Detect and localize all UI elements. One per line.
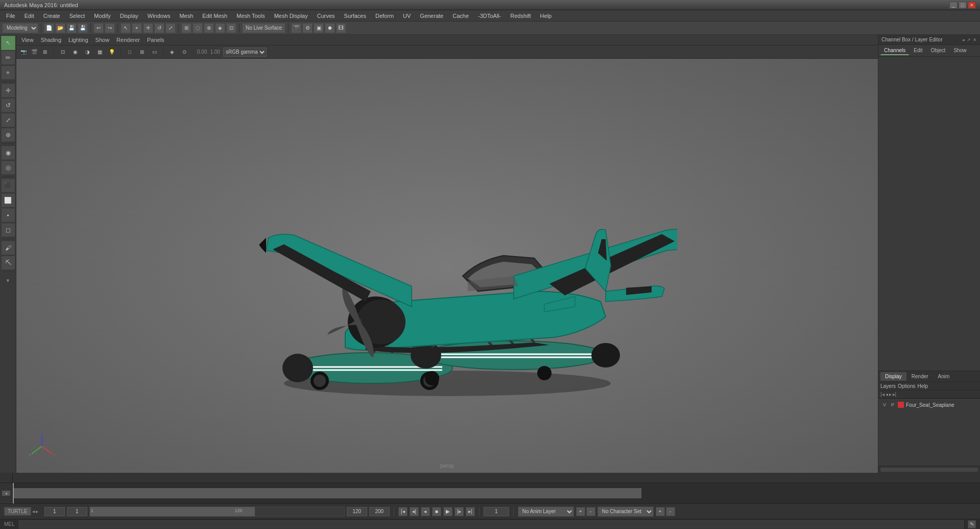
shading-menu[interactable]: Shading bbox=[38, 36, 64, 44]
edge-mode-button[interactable]: ⬜ bbox=[1, 193, 15, 208]
vp-layout-single[interactable]: □ bbox=[125, 47, 135, 57]
vp-grid-button[interactable]: ⊞ bbox=[40, 47, 50, 57]
menu-mesh-display[interactable]: Mesh Display bbox=[270, 12, 312, 20]
menu-help[interactable]: Help bbox=[536, 12, 556, 20]
help-menu[interactable]: Help bbox=[917, 383, 928, 389]
anim-layer-dropdown[interactable]: No Anim Layer bbox=[518, 507, 574, 517]
vp-texture-button[interactable]: ▦ bbox=[94, 47, 105, 57]
vp-layout-quad[interactable]: ⊞ bbox=[137, 47, 147, 57]
timeline-range-bar[interactable] bbox=[13, 488, 641, 498]
object-mode-button[interactable]: ◻ bbox=[1, 223, 15, 237]
char-set-remove[interactable]: - bbox=[666, 507, 675, 516]
layer-nav-next[interactable]: ▸ bbox=[889, 392, 892, 397]
menu-edit[interactable]: Edit bbox=[20, 12, 38, 20]
timeline-collapse[interactable]: ◂ bbox=[2, 491, 10, 496]
go-end-button[interactable]: ▸| bbox=[466, 507, 475, 516]
lasso-tool-button[interactable]: ⌖ bbox=[132, 23, 142, 33]
layer-playback[interactable]: P bbox=[890, 402, 896, 408]
paint-select-button[interactable]: ✏ bbox=[1, 51, 15, 65]
char-set-add[interactable]: + bbox=[656, 507, 665, 516]
menu-3dtall[interactable]: -3DToAll- bbox=[474, 12, 505, 20]
play-forward-button[interactable]: ▶ bbox=[443, 507, 452, 516]
viewport-canvas[interactable]: persp X Y Z bbox=[16, 59, 878, 473]
edit-tab[interactable]: Edit bbox=[910, 46, 926, 55]
minimize-button[interactable]: _ bbox=[949, 2, 958, 9]
move-tool-button[interactable]: ✛ bbox=[143, 23, 153, 33]
show-manip-button[interactable]: ◎ bbox=[1, 160, 15, 175]
layer-nav-prev[interactable]: ◂ bbox=[886, 392, 888, 397]
render-region-button[interactable]: ▣ bbox=[314, 23, 324, 33]
render-seq-button[interactable]: ⏺ bbox=[325, 23, 335, 33]
universal-tool-left[interactable]: ⊕ bbox=[1, 128, 15, 142]
range-indicator[interactable]: 1 120 bbox=[89, 507, 345, 517]
layer-visibility[interactable]: V bbox=[881, 402, 888, 408]
turtle-nav-next[interactable]: ▸ bbox=[36, 509, 38, 514]
anim-layer-remove[interactable]: - bbox=[586, 507, 595, 516]
paint-effects-button[interactable]: 🖌 bbox=[1, 241, 15, 255]
menu-surfaces[interactable]: Surfaces bbox=[340, 12, 370, 20]
layer-nav-first[interactable]: |◂ bbox=[880, 392, 885, 397]
anim-tab[interactable]: Anim bbox=[934, 372, 954, 381]
vp-xray-button[interactable]: ◈ bbox=[167, 47, 177, 57]
more-tools-button[interactable]: ▼ bbox=[1, 273, 15, 288]
face-mode-button[interactable]: ▪ bbox=[1, 208, 15, 222]
step-back-button[interactable]: ◂| bbox=[410, 507, 419, 516]
script-editor-button[interactable]: ✎ bbox=[968, 520, 976, 528]
vp-layout-side[interactable]: ▭ bbox=[149, 47, 159, 57]
menu-file[interactable]: File bbox=[2, 12, 19, 20]
menu-edit-mesh[interactable]: Edit Mesh bbox=[198, 12, 231, 20]
view-menu[interactable]: View bbox=[18, 36, 37, 44]
vp-shade-button[interactable]: ◑ bbox=[82, 47, 92, 57]
render-button[interactable]: 🎬 bbox=[291, 23, 301, 33]
char-set-dropdown[interactable]: No Character Set bbox=[597, 507, 654, 517]
display-tab[interactable]: Display bbox=[880, 372, 906, 381]
anim-preview-button[interactable]: 🎞 bbox=[336, 23, 346, 33]
menu-display[interactable]: Display bbox=[116, 12, 142, 20]
timeline-track[interactable] bbox=[13, 483, 980, 503]
menu-mesh[interactable]: Mesh bbox=[175, 12, 197, 20]
mel-input[interactable] bbox=[19, 520, 964, 528]
select-tool-button[interactable]: ↖ bbox=[121, 23, 131, 33]
show-menu[interactable]: Show bbox=[92, 36, 113, 44]
stop-button[interactable]: ■ bbox=[432, 507, 441, 516]
timeline-playhead[interactable] bbox=[13, 483, 14, 503]
scale-tool-button[interactable]: ⤢ bbox=[165, 23, 176, 33]
select-mode-button[interactable]: ↖ bbox=[1, 36, 15, 50]
menu-uv[interactable]: UV bbox=[399, 12, 415, 20]
rotate-tool-left[interactable]: ↺ bbox=[1, 98, 15, 112]
channels-tab[interactable]: Channels bbox=[880, 46, 909, 55]
menu-generate[interactable]: Generate bbox=[416, 12, 447, 20]
maximize-button[interactable]: □ bbox=[959, 2, 967, 9]
menu-mesh-tools[interactable]: Mesh Tools bbox=[232, 12, 269, 20]
current-frame-input[interactable] bbox=[44, 507, 65, 516]
anim-layer-add[interactable]: + bbox=[576, 507, 585, 516]
no-live-surface-button[interactable]: No Live Surface bbox=[242, 23, 285, 33]
snap-point-button[interactable]: ⊕ bbox=[204, 23, 214, 33]
vp-smooth-button[interactable]: ◉ bbox=[70, 47, 80, 57]
new-scene-button[interactable]: 📄 bbox=[44, 23, 54, 33]
menu-modify[interactable]: Modify bbox=[90, 12, 114, 20]
save-as-button[interactable]: 💾 bbox=[78, 23, 88, 33]
go-start-button[interactable]: |◂ bbox=[398, 507, 408, 516]
frame-counter-input[interactable] bbox=[484, 507, 509, 516]
vertex-mode-button[interactable]: ⬛ bbox=[1, 178, 15, 193]
show-tab[interactable]: Show bbox=[950, 46, 970, 55]
snap-curve-button[interactable]: ◌ bbox=[193, 23, 203, 33]
menu-create[interactable]: Create bbox=[39, 12, 64, 20]
vp-film-button[interactable]: 🎬 bbox=[29, 47, 39, 57]
right-scrollbar[interactable] bbox=[878, 466, 980, 473]
redo-button[interactable]: ↪ bbox=[105, 23, 115, 33]
menu-cache[interactable]: Cache bbox=[448, 12, 473, 20]
menu-windows[interactable]: Windows bbox=[144, 12, 175, 20]
scale-tool-left[interactable]: ⤢ bbox=[1, 113, 15, 127]
soft-modify-button[interactable]: ◉ bbox=[1, 146, 15, 160]
close-button[interactable]: ✕ bbox=[968, 2, 976, 9]
render-tab[interactable]: Render bbox=[907, 372, 933, 381]
render-settings-button[interactable]: ⚙ bbox=[302, 23, 313, 33]
snap-grid-button[interactable]: ⊞ bbox=[181, 23, 192, 33]
layers-menu[interactable]: Layers bbox=[880, 383, 896, 389]
snap-view-button[interactable]: ◈ bbox=[215, 23, 225, 33]
lighting-menu[interactable]: Lighting bbox=[65, 36, 91, 44]
vp-camera-button[interactable]: 📷 bbox=[18, 47, 29, 57]
vp-wireframe-button[interactable]: ⊡ bbox=[58, 47, 68, 57]
